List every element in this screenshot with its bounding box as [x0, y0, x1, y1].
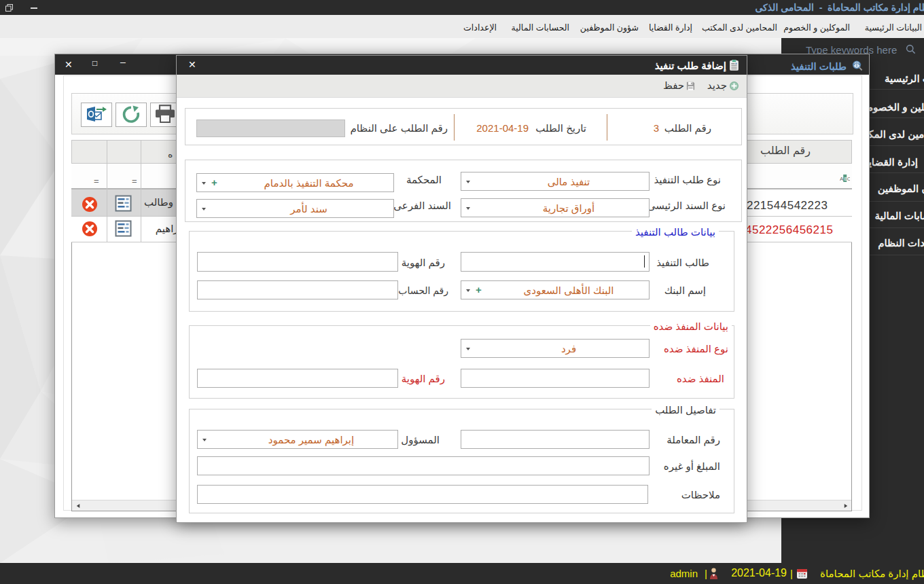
svg-text:A: A [840, 176, 844, 182]
svg-text:C: C [847, 176, 850, 182]
